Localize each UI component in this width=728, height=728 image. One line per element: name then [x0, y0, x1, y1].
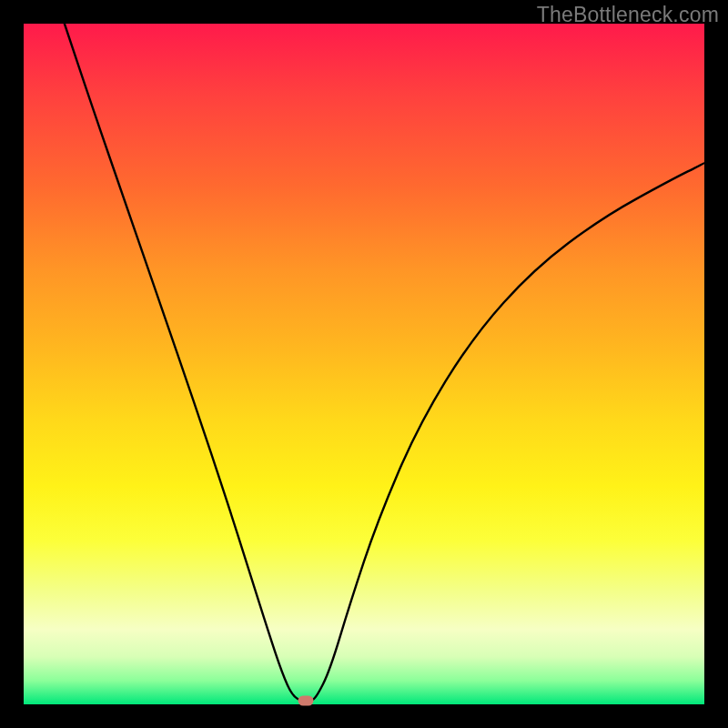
bottleneck-curve	[65, 24, 704, 702]
curve-svg	[24, 24, 704, 704]
plot-area	[24, 24, 704, 704]
chart-frame: TheBottleneck.com	[0, 0, 728, 728]
optimal-point-marker	[298, 695, 313, 705]
